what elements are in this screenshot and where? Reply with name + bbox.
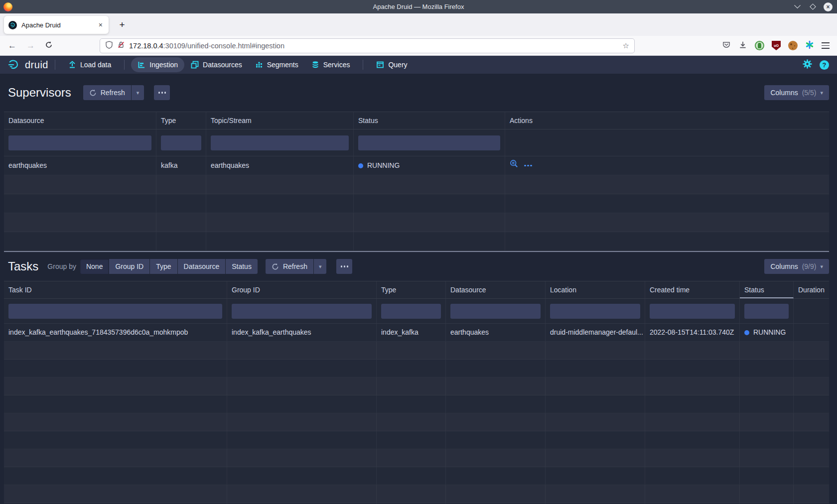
- status-filter-input[interactable]: [744, 304, 789, 319]
- group-id-filter-input[interactable]: [232, 304, 372, 319]
- group-by-datasource-button[interactable]: Datasource: [178, 259, 226, 274]
- supervisors-refresh-dropdown-button[interactable]: ▾: [132, 85, 144, 100]
- tasks-refresh-dropdown-button[interactable]: ▾: [314, 259, 327, 274]
- supervisors-title: Supervisors: [8, 86, 71, 100]
- column-header-location[interactable]: Location: [546, 281, 645, 298]
- services-icon: [311, 61, 319, 69]
- column-header-status[interactable]: Status: [354, 112, 505, 129]
- inspect-supervisor-icon[interactable]: [510, 156, 518, 175]
- column-header-type[interactable]: Type: [156, 112, 206, 129]
- supervisors-header: Supervisors Refresh ▾ Columns (5/5) ▾: [0, 74, 837, 112]
- supervisors-columns-button[interactable]: Columns (5/5) ▾: [764, 85, 829, 100]
- column-header-duration[interactable]: Duration: [794, 281, 829, 298]
- os-titlebar: Apache Druid — Mozilla Firefox ×: [0, 0, 837, 13]
- query-icon: [376, 61, 384, 69]
- nav-divider: [55, 60, 55, 70]
- column-header-task-id[interactable]: Task ID: [4, 281, 227, 298]
- url-bar[interactable]: 172.18.0.4:30109/unified-console.html#in…: [100, 38, 635, 53]
- column-header-datasource[interactable]: Datasource: [4, 112, 156, 129]
- cell-location[interactable]: druid-middlemanager-defaul...: [546, 324, 645, 341]
- column-header-group-id[interactable]: Group ID: [227, 281, 377, 298]
- supervisor-actions-more-icon[interactable]: [524, 165, 532, 167]
- druid-logo[interactable]: druid: [8, 59, 48, 71]
- status-filter-input[interactable]: [358, 135, 500, 150]
- cell-datasource[interactable]: earthquakes: [446, 324, 546, 341]
- group-by-group-id-button[interactable]: Group ID: [109, 259, 149, 274]
- column-header-datasource[interactable]: Datasource: [446, 281, 546, 298]
- nav-datasources[interactable]: Datasources: [184, 57, 249, 72]
- nav-load-data[interactable]: Load data: [62, 57, 118, 72]
- task-id-filter-input[interactable]: [8, 304, 222, 319]
- tasks-more-button[interactable]: [336, 259, 352, 274]
- bookmark-star-icon[interactable]: ☆: [623, 41, 629, 50]
- tab-close-icon[interactable]: ×: [97, 21, 104, 29]
- help-icon[interactable]: ?: [820, 60, 829, 70]
- reload-icon[interactable]: [45, 41, 53, 51]
- running-status-dot: [744, 330, 749, 335]
- chevron-down-icon: ▾: [137, 90, 140, 96]
- nav-divider: [124, 60, 125, 70]
- type-filter-input[interactable]: [161, 135, 201, 150]
- nav-segments[interactable]: Segments: [249, 57, 305, 72]
- insecure-lock-icon[interactable]: [117, 41, 125, 51]
- downloads-icon[interactable]: [738, 40, 747, 51]
- empty-row: [4, 395, 829, 413]
- created-time-filter-input[interactable]: [650, 304, 735, 319]
- topic-stream-filter-input[interactable]: [211, 135, 349, 150]
- group-by-type-button[interactable]: Type: [150, 259, 177, 274]
- cell-task-id[interactable]: index_kafka_earthquakes_7184357396d6c0a_…: [4, 324, 227, 341]
- column-header-status-sorted[interactable]: Status: [740, 281, 794, 298]
- cell-duration[interactable]: [794, 324, 829, 341]
- cell-group-id[interactable]: index_kafka_earthquakes: [227, 324, 377, 341]
- cell-type[interactable]: index_kafka: [377, 324, 446, 341]
- supervisors-refresh-button[interactable]: Refresh: [83, 85, 131, 100]
- segments-icon: [255, 61, 263, 69]
- group-by-status-button[interactable]: Status: [226, 259, 258, 274]
- task-row[interactable]: index_kafka_earthquakes_7184357396d6c0a_…: [4, 324, 829, 342]
- tasks-columns-button[interactable]: Columns (9/9) ▾: [764, 259, 829, 274]
- columns-label: Columns: [770, 89, 798, 97]
- cell-topic-stream[interactable]: earthquakes: [206, 156, 354, 175]
- cell-created-time[interactable]: 2022-08-15T14:11:03.740Z: [645, 324, 740, 341]
- cell-status[interactable]: RUNNING: [740, 324, 794, 341]
- datasource-filter-input[interactable]: [8, 135, 151, 150]
- nav-services[interactable]: Services: [305, 57, 357, 72]
- pocket-icon[interactable]: [722, 40, 731, 51]
- nav-label: Segments: [267, 61, 298, 69]
- empty-row: [4, 175, 829, 194]
- refresh-label: Refresh: [283, 262, 307, 270]
- tasks-refresh-button[interactable]: Refresh: [266, 259, 313, 274]
- url-text: 172.18.0.4:30109/unified-console.html#in…: [129, 42, 284, 50]
- column-header-topic-stream[interactable]: Topic/Stream: [206, 112, 354, 129]
- cookie-extension-icon[interactable]: [788, 41, 798, 50]
- running-status-dot: [358, 163, 363, 168]
- supervisors-more-button[interactable]: [154, 85, 170, 100]
- column-header-created-time[interactable]: Created time: [645, 281, 740, 298]
- container-asterisk-icon[interactable]: [805, 40, 814, 51]
- back-icon[interactable]: ←: [8, 41, 16, 51]
- cell-type[interactable]: kafka: [156, 156, 206, 175]
- new-tab-button[interactable]: +: [115, 17, 130, 32]
- shield-icon[interactable]: [105, 41, 113, 51]
- ublock-origin-icon[interactable]: uO: [772, 41, 781, 50]
- browser-tab-apache-druid[interactable]: Apache Druid ×: [4, 16, 109, 34]
- column-header-actions[interactable]: Actions: [505, 112, 829, 129]
- forward-icon[interactable]: →: [26, 41, 35, 51]
- nav-query[interactable]: Query: [370, 57, 414, 72]
- cell-actions: [505, 156, 829, 175]
- nav-ingestion[interactable]: Ingestion: [131, 57, 184, 72]
- menu-icon[interactable]: [822, 42, 830, 48]
- type-filter-input[interactable]: [381, 304, 441, 319]
- extension-privacy-icon[interactable]: [755, 41, 764, 50]
- supervisor-row[interactable]: earthquakes kafka earthquakes RUNNING: [4, 156, 829, 175]
- chevron-down-icon: ▾: [820, 263, 823, 270]
- settings-gear-icon[interactable]: [803, 59, 812, 71]
- column-header-type[interactable]: Type: [377, 281, 446, 298]
- empty-row: [4, 342, 829, 360]
- cell-status[interactable]: RUNNING: [354, 156, 505, 175]
- location-filter-input[interactable]: [550, 304, 640, 319]
- cell-datasource[interactable]: earthquakes: [4, 156, 156, 175]
- group-by-none-button[interactable]: None: [80, 259, 109, 274]
- group-by-button-group: None Group ID Type Datasource Status: [80, 259, 258, 274]
- datasource-filter-input[interactable]: [450, 304, 541, 319]
